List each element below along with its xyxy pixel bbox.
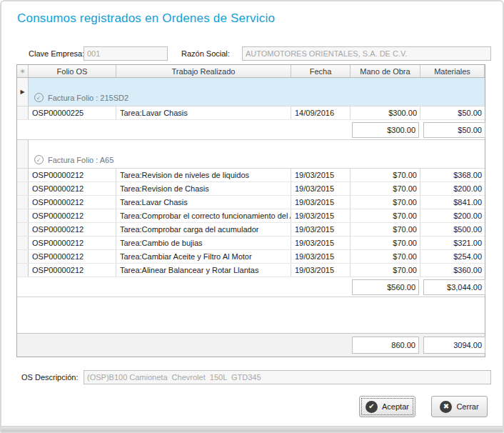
- grid-data-row[interactable]: OSP00000212 Tarea:Comprobar carga del ac…: [17, 223, 485, 237]
- cell-materiales[interactable]: $321.00: [420, 237, 485, 249]
- cell-folio-os[interactable]: OSP00000212: [29, 182, 116, 195]
- column-header-mano-de-obra[interactable]: Mano de Obra: [351, 65, 420, 77]
- group-summary-mano-obra: $560.00: [352, 279, 419, 295]
- cell-materiales[interactable]: $368.00: [420, 169, 485, 181]
- cell-folio-os[interactable]: OSP00000212: [29, 250, 116, 263]
- row-indicator-cell: [17, 209, 29, 222]
- group-summary-row: $300.00 $50.00: [17, 120, 485, 140]
- cell-trabajo-realizado[interactable]: Tarea:Lavar Chasis: [116, 106, 291, 119]
- cerrar-button[interactable]: ✖ Cerrar: [431, 396, 488, 417]
- cell-fecha[interactable]: 14/09/2016: [291, 106, 351, 119]
- collapse-group-icon[interactable]: ↓: [34, 155, 44, 164]
- cell-materiales[interactable]: $200.00: [420, 209, 485, 222]
- cell-fecha[interactable]: 19/03/2015: [291, 237, 351, 249]
- row-indicator-cell: [17, 196, 29, 209]
- group-header-label: Factura Folio : A65: [48, 156, 114, 164]
- cell-fecha[interactable]: 19/03/2015: [291, 169, 351, 181]
- grid-data-row[interactable]: OSP00000212 Tarea:Revision de niveles de…: [17, 169, 485, 182]
- grid-empty-area: [17, 297, 485, 333]
- cell-folio-os[interactable]: OSP00000225: [29, 106, 116, 119]
- consumos-grid: ✳ Folio OS Trabajo Realizado Fecha Mano …: [16, 64, 485, 357]
- row-indicator-cell: [17, 237, 29, 249]
- grid-data-row[interactable]: OSP00000212 Tarea:Cambiar Aceite y Filtr…: [17, 250, 485, 264]
- cell-materiales[interactable]: $841.00: [420, 196, 485, 209]
- cell-trabajo-realizado[interactable]: Tarea:Revision de niveles de liquidos: [116, 169, 291, 181]
- cell-mano-de-obra[interactable]: $300.00: [351, 106, 420, 119]
- razon-social-input: [242, 46, 491, 61]
- cell-fecha[interactable]: 19/03/2015: [291, 264, 351, 277]
- razon-social-label: Razón Social:: [181, 46, 230, 61]
- footer-total-materiales: 3094.00: [423, 337, 485, 354]
- grid-data-row[interactable]: OSP00000212 Tarea:Cambio de bujias 19/03…: [17, 237, 485, 250]
- dialog-window: Consumos registrados en Ordenes de Servi…: [0, 0, 504, 433]
- row-indicator-cell: [17, 140, 29, 168]
- group-header-row[interactable]: ▶ ↓ Factura Folio : 215SD2: [17, 78, 485, 106]
- cell-fecha[interactable]: 19/03/2015: [291, 223, 351, 236]
- cell-trabajo-realizado[interactable]: Tarea:Lavar Chasis: [116, 196, 291, 209]
- collapse-group-icon[interactable]: ↓: [34, 93, 44, 102]
- cell-mano-de-obra[interactable]: $70.00: [351, 209, 420, 222]
- cell-materiales[interactable]: $200.00: [420, 182, 485, 195]
- cell-mano-de-obra[interactable]: $70.00: [351, 196, 420, 209]
- cell-fecha[interactable]: 19/03/2015: [291, 250, 351, 263]
- row-indicator-cell: [17, 106, 29, 119]
- aceptar-button[interactable]: ✔ Aceptar: [359, 396, 415, 417]
- column-header-folio-os[interactable]: Folio OS: [29, 65, 116, 77]
- clave-empresa-input: [84, 46, 168, 61]
- x-circle-icon: ✖: [440, 401, 452, 413]
- cell-folio-os[interactable]: OSP00000212: [29, 196, 116, 209]
- group-header-cell[interactable]: ↓ Factura Folio : A65: [29, 140, 485, 168]
- grid-header-row: ✳ Folio OS Trabajo Realizado Fecha Mano …: [17, 65, 485, 78]
- group-summary-row: $560.00 $3,044.00: [17, 277, 485, 297]
- cerrar-button-label: Cerrar: [456, 402, 478, 411]
- group-summary-materiales: $3,044.00: [423, 279, 485, 295]
- grid-body: ▶ ↓ Factura Folio : 215SD2 OSP00000225 T…: [17, 78, 485, 297]
- grid-data-row[interactable]: OSP00000225 Tarea:Lavar Chasis 14/09/201…: [17, 106, 485, 120]
- row-indicator-cell: [17, 169, 29, 181]
- column-header-fecha[interactable]: Fecha: [291, 65, 351, 77]
- footer-total-mano-obra: 860.00: [352, 337, 419, 354]
- cell-folio-os[interactable]: OSP00000212: [29, 223, 116, 236]
- cell-trabajo-realizado[interactable]: Tarea:Cambiar Aceite y Filtro Al Motor: [116, 250, 291, 263]
- column-header-trabajo-realizado[interactable]: Trabajo Realizado: [116, 65, 291, 77]
- row-indicator-cell: [17, 223, 29, 236]
- grid-data-row[interactable]: OSP00000212 Tarea:Revision de Chasis 19/…: [17, 182, 485, 196]
- row-indicator-cell: [17, 264, 29, 277]
- cell-folio-os[interactable]: OSP00000212: [29, 169, 116, 181]
- cell-trabajo-realizado[interactable]: Tarea:Alinear Balancear y Rotar Llantas: [116, 264, 291, 277]
- cell-mano-de-obra[interactable]: $70.00: [351, 250, 420, 263]
- cell-trabajo-realizado[interactable]: Tarea:Comprobar el correcto funcionamien…: [116, 209, 291, 222]
- dialog-title: Consumos registrados en Ordenes de Servi…: [17, 11, 275, 26]
- grid-data-row[interactable]: OSP00000212 Tarea:Comprobar el correcto …: [17, 209, 485, 223]
- cell-mano-de-obra[interactable]: $70.00: [351, 223, 420, 236]
- cell-materiales[interactable]: $360.00: [420, 264, 485, 277]
- grid-footer-row: 860.00 3094.00: [17, 333, 485, 357]
- cell-trabajo-realizado[interactable]: Tarea:Comprobar carga del acumulador: [116, 223, 291, 236]
- active-row-arrow-icon: ▶: [20, 89, 24, 95]
- aceptar-button-label: Aceptar: [382, 402, 409, 411]
- cell-mano-de-obra[interactable]: $70.00: [351, 182, 420, 195]
- asterisk-icon: ✳: [20, 68, 26, 75]
- column-header-materiales[interactable]: Materiales: [420, 65, 485, 77]
- cell-materiales[interactable]: $500.00: [420, 223, 485, 236]
- cell-folio-os[interactable]: OSP00000212: [29, 237, 116, 249]
- cell-materiales[interactable]: $254.00: [420, 250, 485, 263]
- cell-materiales[interactable]: $50.00: [420, 106, 485, 119]
- clave-empresa-label: Clave Empresa:: [29, 46, 84, 61]
- cell-folio-os[interactable]: OSP00000212: [29, 209, 116, 222]
- cell-trabajo-realizado[interactable]: Tarea:Cambio de bujias: [116, 237, 291, 249]
- cell-trabajo-realizado[interactable]: Tarea:Revision de Chasis: [116, 182, 291, 195]
- cell-fecha[interactable]: 19/03/2015: [291, 209, 351, 222]
- cell-mano-de-obra[interactable]: $70.00: [351, 264, 420, 277]
- group-summary-materiales: $50.00: [423, 122, 485, 138]
- cell-fecha[interactable]: 19/03/2015: [291, 196, 351, 209]
- grid-data-row[interactable]: OSP00000212 Tarea:Lavar Chasis 19/03/201…: [17, 196, 485, 209]
- row-indicator-cell: [17, 182, 29, 195]
- group-header-cell[interactable]: ↓ Factura Folio : 215SD2: [29, 78, 485, 106]
- cell-mano-de-obra[interactable]: $70.00: [351, 237, 420, 249]
- cell-mano-de-obra[interactable]: $70.00: [351, 169, 420, 181]
- group-header-row[interactable]: ↓ Factura Folio : A65: [17, 140, 485, 169]
- cell-fecha[interactable]: 19/03/2015: [291, 182, 351, 195]
- grid-data-row[interactable]: OSP00000212 Tarea:Alinear Balancear y Ro…: [17, 264, 485, 277]
- cell-folio-os[interactable]: OSP00000212: [29, 264, 116, 277]
